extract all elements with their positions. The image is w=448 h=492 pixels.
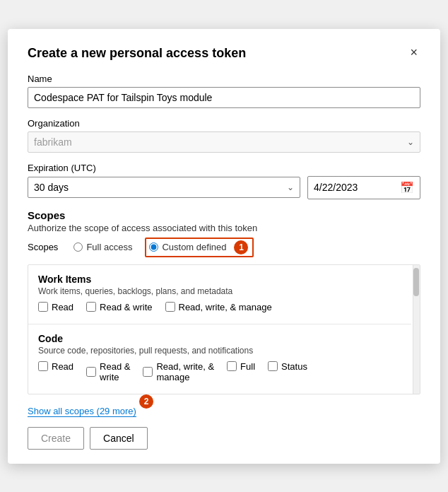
- org-field-group: Organization fabrikam ⌄: [28, 118, 420, 153]
- cancel-button[interactable]: Cancel: [90, 427, 148, 450]
- expiry-label: Expiration (UTC): [28, 163, 420, 173]
- code-scope: Code Source code, repositories, pull req…: [28, 324, 411, 394]
- work-items-checkbox-row: Read Read & write Read, write, & manage: [38, 302, 401, 315]
- work-items-readwrite-label: Read & write: [100, 302, 152, 312]
- expiry-field-group: Expiration (UTC) 30 days ⌄ 4/22/2023 📅: [28, 163, 420, 199]
- code-readwrite-checkbox[interactable]: [86, 367, 96, 377]
- work-items-readwrite-checkbox[interactable]: [86, 302, 96, 312]
- code-manage-option[interactable]: Read, write, &manage: [143, 361, 214, 382]
- name-input[interactable]: [28, 87, 420, 108]
- scopes-label: Scopes: [28, 242, 58, 252]
- work-items-scope: Work Items Work items, queries, backlogs…: [28, 265, 411, 324]
- code-full-label: Full: [240, 361, 255, 372]
- code-readwrite-option[interactable]: Read &write: [86, 361, 130, 382]
- custom-defined-option[interactable]: Custom defined 1: [145, 238, 254, 257]
- full-access-label: Full access: [86, 242, 132, 252]
- badge-1: 1: [234, 240, 248, 254]
- scrollbar[interactable]: [413, 265, 420, 394]
- code-full-checkbox[interactable]: [227, 361, 237, 371]
- badge-2: 2: [139, 394, 153, 409]
- code-status-option[interactable]: Status: [268, 361, 307, 372]
- org-select[interactable]: fabrikam ⌄: [28, 131, 420, 153]
- expiry-value: 30 days: [34, 182, 69, 193]
- work-items-manage-label: Read, write, & manage: [179, 302, 272, 312]
- code-readwrite-label: Read &write: [100, 361, 130, 382]
- show-all-link[interactable]: Show all scopes (29 more): [28, 406, 136, 417]
- code-manage-checkbox[interactable]: [143, 367, 153, 377]
- custom-defined-label: Custom defined: [162, 242, 226, 252]
- calendar-icon: 📅: [400, 181, 414, 194]
- custom-defined-radio[interactable]: [149, 242, 158, 252]
- full-access-radio[interactable]: [73, 242, 83, 252]
- expiry-select[interactable]: 30 days ⌄: [28, 177, 300, 198]
- org-chevron-icon: ⌄: [407, 137, 414, 147]
- create-button[interactable]: Create: [28, 427, 84, 450]
- code-read-checkbox[interactable]: [38, 361, 48, 371]
- scopes-section: Scopes Authorize the scope of access ass…: [28, 209, 420, 257]
- scopes-radio-row: Scopes Full access Custom defined 1: [28, 238, 420, 257]
- work-items-desc: Work items, queries, backlogs, plans, an…: [38, 286, 401, 296]
- work-items-read-option[interactable]: Read: [38, 302, 73, 312]
- scroll-content: Work Items Work items, queries, backlogs…: [28, 265, 420, 394]
- show-all-row: Show all scopes (29 more) 2: [28, 400, 420, 417]
- code-full-option[interactable]: Full: [227, 361, 255, 372]
- actions-row: Create Cancel: [28, 427, 420, 450]
- org-value: fabrikam: [34, 136, 72, 148]
- code-status-label: Status: [281, 361, 307, 372]
- work-items-manage-checkbox[interactable]: [165, 302, 175, 312]
- work-items-readwrite-option[interactable]: Read & write: [86, 302, 152, 312]
- code-manage-label: Read, write, &manage: [156, 361, 214, 382]
- create-token-dialog: Create a new personal access token × Nam…: [8, 29, 440, 464]
- work-items-title: Work Items: [38, 274, 401, 285]
- expiry-date-value: 4/22/2023: [314, 182, 358, 193]
- work-items-read-checkbox[interactable]: [38, 302, 48, 312]
- org-label: Organization: [28, 118, 420, 129]
- expiry-chevron-icon: ⌄: [287, 182, 294, 192]
- code-read-option[interactable]: Read: [38, 361, 73, 372]
- close-button[interactable]: ×: [407, 46, 420, 59]
- code-read-label: Read: [52, 361, 73, 372]
- scopes-desc: Authorize the scope of access associated…: [28, 223, 420, 233]
- dialog-header: Create a new personal access token ×: [28, 46, 420, 61]
- expiry-date-field[interactable]: 4/22/2023 📅: [307, 176, 420, 199]
- code-title: Code: [38, 333, 401, 344]
- scopes-title: Scopes: [28, 209, 420, 221]
- code-desc: Source code, repositories, pull requests…: [38, 346, 401, 356]
- scroll-thumb[interactable]: [413, 268, 419, 296]
- scopes-scroll-area[interactable]: Work Items Work items, queries, backlogs…: [28, 264, 420, 394]
- dialog-title: Create a new personal access token: [28, 46, 246, 61]
- name-field-group: Name: [28, 74, 420, 108]
- expiry-row: 30 days ⌄ 4/22/2023 📅: [28, 176, 420, 199]
- name-label: Name: [28, 74, 420, 84]
- work-items-manage-option[interactable]: Read, write, & manage: [165, 302, 272, 312]
- work-items-read-label: Read: [52, 302, 73, 312]
- code-checkbox-row: Read Read &write Read, write, &manage Fu…: [38, 361, 401, 385]
- code-status-checkbox[interactable]: [268, 361, 278, 371]
- full-access-option[interactable]: Full access: [73, 242, 132, 252]
